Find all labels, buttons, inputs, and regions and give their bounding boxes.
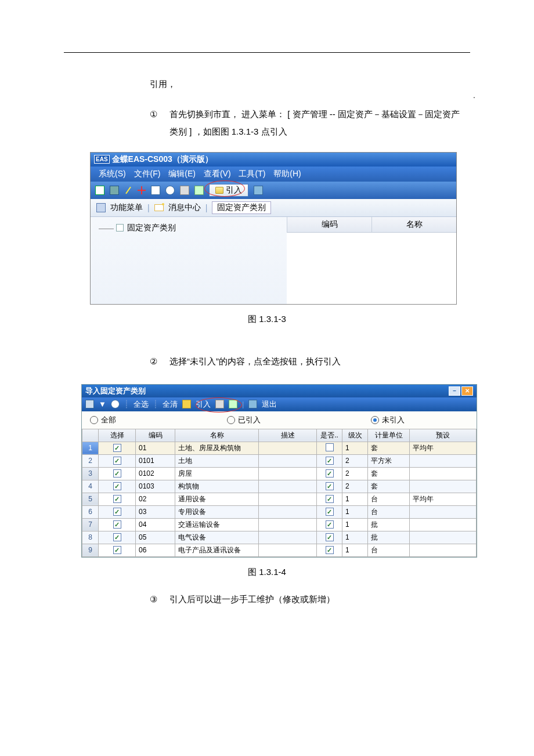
cell-flag[interactable] — [317, 518, 342, 531]
cell-unit: 套 — [368, 480, 410, 493]
checkbox-icon[interactable] — [326, 533, 334, 541]
cell-unit: 批 — [368, 518, 410, 531]
refresh-icon[interactable] — [165, 186, 175, 195]
menu-edit[interactable]: 编辑(E) — [168, 169, 196, 178]
checkbox-icon[interactable] — [326, 508, 334, 516]
radio-all-label: 全部 — [101, 415, 116, 425]
import-button[interactable]: 引入 — [209, 184, 248, 197]
cell-flag[interactable] — [317, 454, 342, 467]
cell-flag[interactable] — [317, 467, 342, 480]
menu-view[interactable]: 查看(V) — [204, 169, 231, 178]
cell-select[interactable] — [99, 480, 136, 493]
cell-flag[interactable] — [317, 544, 342, 556]
cell-name: 土地、房屋及构筑物 — [175, 442, 259, 454]
delete-icon[interactable] — [138, 186, 146, 194]
checkbox-icon[interactable] — [113, 444, 121, 452]
table-row[interactable]: 20101土地2平方米 — [82, 454, 477, 467]
print-icon[interactable] — [180, 186, 189, 195]
checkbox-icon[interactable] — [113, 533, 121, 541]
radio-imported[interactable] — [227, 416, 235, 424]
checkbox-icon[interactable] — [326, 546, 334, 554]
checkbox-icon[interactable] — [326, 495, 334, 503]
new-icon[interactable] — [85, 400, 94, 408]
exit-icon[interactable] — [254, 186, 263, 195]
menu-panel-label[interactable]: 功能菜单 — [110, 202, 143, 213]
checkbox-icon[interactable] — [326, 520, 334, 529]
checkbox-icon[interactable] — [113, 469, 121, 478]
cell-desc — [259, 493, 317, 505]
config-icon[interactable] — [194, 186, 204, 195]
table-row[interactable]: 603专用设备1台 — [82, 505, 477, 518]
figure-1-3-1-3: EAS 金蝶EAS-CS003（演示版） 系统(S) 文件(F) 编辑(E) 查… — [90, 152, 457, 305]
page-dot-top: . — [473, 91, 475, 100]
cell-flag[interactable] — [317, 531, 342, 544]
search-icon[interactable] — [111, 400, 120, 408]
print-icon[interactable] — [215, 400, 224, 408]
cell-select[interactable] — [99, 505, 136, 518]
cell-select[interactable] — [99, 493, 136, 505]
cell-name: 专用设备 — [175, 505, 259, 518]
col-code: 编码 — [287, 217, 371, 232]
cell-desc — [259, 480, 317, 493]
cell-flag[interactable] — [317, 480, 342, 493]
clear-all-button[interactable]: 全清 — [163, 399, 178, 410]
col-name: 名称 — [175, 429, 259, 442]
menu-help[interactable]: 帮助(H) — [273, 169, 301, 178]
select-all-button[interactable]: 全选 — [134, 399, 149, 410]
menu-file[interactable]: 文件(F) — [134, 169, 161, 178]
cell-flag[interactable] — [317, 505, 342, 518]
tree-node[interactable]: —— 固定资产类别 — [99, 223, 279, 233]
table-row[interactable]: 704交通运输设备1批 — [82, 518, 477, 531]
table-row[interactable]: 30102房屋2套 — [82, 467, 477, 480]
dropdown-icon[interactable]: ▼ — [99, 400, 106, 408]
table-row[interactable]: 906电子产品及通讯设备1台 — [82, 544, 477, 556]
figure-caption-1: 图 1.3.1-3 — [0, 314, 534, 325]
checkbox-icon[interactable] — [113, 546, 121, 554]
minimize-icon[interactable]: – — [449, 386, 460, 396]
checkbox-icon[interactable] — [326, 469, 334, 478]
radio-all[interactable] — [90, 416, 98, 424]
import-button[interactable]: 引入 — [196, 399, 211, 410]
cell-select[interactable] — [99, 454, 136, 467]
cell-select[interactable] — [99, 442, 136, 454]
active-tab[interactable]: 固定资产类别 — [212, 201, 271, 214]
cell-select[interactable] — [99, 467, 136, 480]
cell-select[interactable] — [99, 531, 136, 544]
message-center-label[interactable]: 消息中心 — [168, 202, 201, 213]
menu-system[interactable]: 系统(S) — [99, 169, 126, 178]
table-row[interactable]: 101土地、房屋及构筑物1套平均年 — [82, 442, 477, 454]
radio-not-imported[interactable] — [371, 416, 379, 424]
table-row[interactable]: 805电气设备1批 — [82, 531, 477, 544]
menu-tool[interactable]: 工具(T) — [239, 169, 265, 178]
cell-code: 0101 — [136, 454, 175, 467]
doc-icon[interactable] — [151, 186, 160, 195]
checkbox-icon[interactable] — [113, 495, 121, 503]
table-row[interactable]: 502通用设备1台平均年 — [82, 493, 477, 505]
cell-preset: 平均年 — [410, 442, 477, 454]
config-icon[interactable] — [229, 400, 237, 408]
cell-name: 构筑物 — [175, 480, 259, 493]
cell-select[interactable] — [99, 544, 136, 556]
cell-preset — [410, 544, 477, 556]
checkbox-icon[interactable] — [113, 457, 121, 465]
cell-flag[interactable] — [317, 442, 342, 454]
save-icon[interactable] — [110, 186, 119, 195]
edit-icon[interactable] — [124, 186, 132, 194]
checkbox-icon[interactable] — [326, 443, 334, 451]
new-icon[interactable] — [95, 186, 104, 195]
col-unit: 计量单位 — [368, 429, 410, 442]
tree-checkbox-icon[interactable] — [116, 224, 124, 231]
checkbox-icon[interactable] — [113, 508, 121, 516]
exit-button[interactable]: 退出 — [262, 399, 277, 410]
cell-select[interactable] — [99, 518, 136, 531]
close-icon[interactable]: ✕ — [461, 386, 473, 396]
divider: | — [242, 400, 244, 408]
checkbox-icon[interactable] — [113, 520, 121, 529]
checkbox-icon[interactable] — [113, 482, 121, 490]
cell-flag[interactable] — [317, 493, 342, 505]
table-row[interactable]: 40103构筑物2套 — [82, 480, 477, 493]
checkbox-icon[interactable] — [326, 457, 334, 465]
cell-code: 01 — [136, 442, 175, 454]
exit-icon — [248, 400, 257, 408]
checkbox-icon[interactable] — [326, 482, 334, 490]
